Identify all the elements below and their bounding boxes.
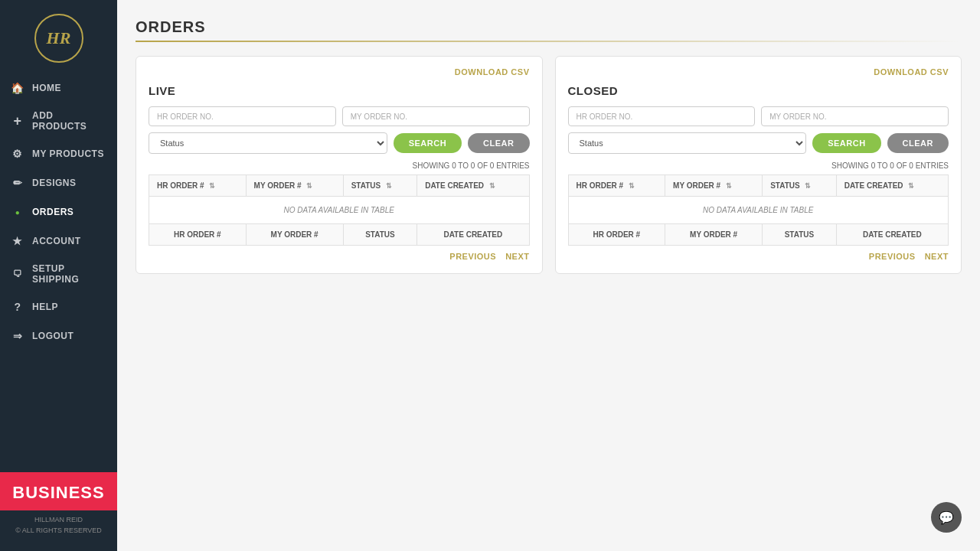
live-next-link[interactable]: NEXT: [505, 252, 529, 261]
closed-pagination: PREVIOUS NEXT: [568, 252, 949, 261]
live-footer-my-order: MY ORDER #: [246, 224, 343, 246]
sort-icon-date-created: ⇅: [489, 182, 495, 190]
sort-icon-my-order: ⇅: [306, 182, 312, 190]
live-no-data-cell: NO DATA AVAILABLE IN TABLE: [149, 197, 530, 224]
closed-footer-status: STATUS: [763, 224, 837, 246]
orders-icon: ●: [11, 205, 24, 219]
sidebar-item-orders[interactable]: ● ORDERS: [0, 197, 117, 227]
sidebar-label-my-products: MY PRODUCTS: [32, 148, 104, 159]
sidebar-label-home: HOME: [32, 83, 61, 93]
sidebar-item-logout[interactable]: ⇒ LOGOUT: [0, 321, 117, 350]
sort-icon-hr-order: ⇅: [209, 182, 215, 190]
closed-col-hr-order[interactable]: HR ORDER # ⇅: [568, 175, 665, 197]
sidebar-label-add-products: ADD PRODUCTS: [32, 110, 106, 132]
sidebar-label-help: HELP: [32, 302, 58, 312]
sidebar-label-logout: LOGOUT: [32, 331, 74, 341]
closed-hr-order-input[interactable]: [568, 106, 756, 126]
live-previous-link[interactable]: PREVIOUS: [449, 252, 496, 261]
sidebar-label-setup-shipping: SETUP SHIPPING: [32, 263, 106, 285]
live-section-title: LIVE: [149, 84, 530, 97]
sidebar-label-orders: ORDERS: [32, 207, 74, 217]
live-pagination: PREVIOUS NEXT: [149, 252, 530, 261]
live-footer-hr-order: HR ORDER #: [149, 224, 247, 246]
pencil-icon: ✏: [11, 176, 24, 190]
closed-clear-button[interactable]: CLEAR: [887, 133, 949, 153]
closed-search-row: [568, 106, 949, 126]
sidebar-bottom: BUSINESS HILLMAN REID © ALL RIGHTS RESER…: [0, 463, 117, 551]
live-search-row: [149, 106, 530, 126]
live-my-order-input[interactable]: [342, 106, 530, 126]
business-banner: BUSINESS: [0, 472, 117, 510]
help-icon: ?: [11, 300, 24, 314]
sidebar-label-account: AcCouNT: [32, 236, 81, 246]
chat-fab[interactable]: 💬: [931, 502, 962, 533]
sidebar-item-my-products[interactable]: ⚙ MY PRODUCTS: [0, 139, 117, 168]
live-footer-date-created: DATE CREATED: [417, 224, 529, 246]
closed-sort-icon-date-created: ⇅: [908, 182, 914, 190]
closed-panel-top: DOWNLOAD CSV: [568, 67, 949, 77]
closed-col-date-created[interactable]: DATE CREATED ⇅: [836, 175, 948, 197]
title-divider: [136, 41, 962, 42]
chat-icon: 💬: [939, 510, 954, 525]
closed-filter-row: Status SEARCH CLEAR: [568, 132, 949, 154]
closed-section-title: CLOSED: [568, 84, 949, 97]
live-table: HR ORDER # ⇅ MY ORDER # ⇅ STATUS ⇅ DAT: [149, 174, 530, 246]
closed-next-link[interactable]: NEXT: [925, 252, 949, 261]
live-panel: DOWNLOAD CSV LIVE Status SEARCH CLEAR SH…: [136, 56, 543, 274]
live-status-select[interactable]: Status: [149, 132, 387, 154]
closed-no-data-row: NO DATA AVAILABLE IN TABLE: [568, 197, 949, 224]
live-download-csv[interactable]: DOWNLOAD CSV: [455, 67, 530, 77]
live-panel-top: DOWNLOAD CSV: [149, 67, 530, 77]
closed-download-csv[interactable]: DOWNLOAD CSV: [874, 67, 949, 77]
closed-my-order-input[interactable]: [761, 106, 949, 126]
star-icon: ★: [11, 234, 24, 248]
closed-no-data-cell: NO DATA AVAILABLE IN TABLE: [568, 197, 949, 224]
live-footer-status: STATUS: [343, 224, 417, 246]
closed-previous-link[interactable]: PREVIOUS: [869, 252, 916, 261]
sort-icon-status: ⇅: [386, 182, 392, 190]
sidebar-item-add-products[interactable]: + ADD PRODUCTS: [0, 103, 117, 139]
closed-search-button[interactable]: SEARCH: [812, 133, 880, 153]
logo-area: HR: [0, 0, 117, 73]
logo-icon: HR: [34, 14, 83, 63]
orders-grid: DOWNLOAD CSV LIVE Status SEARCH CLEAR SH…: [136, 56, 962, 274]
closed-sort-icon-hr-order: ⇅: [629, 182, 635, 190]
main-content: ORDERS DOWNLOAD CSV LIVE Status SEARCH C…: [117, 0, 980, 551]
live-footer-row: HR ORDER # MY ORDER # STATUS DATE CREATE…: [149, 224, 530, 246]
sidebar-nav: 🏠 HOME + ADD PRODUCTS ⚙ MY PRODUCTS ✏ DE…: [0, 73, 117, 463]
closed-panel: DOWNLOAD CSV CLOSED Status SEARCH CLEAR …: [555, 56, 962, 274]
sidebar-item-designs[interactable]: ✏ DESIGNS: [0, 168, 117, 197]
add-icon: +: [11, 114, 24, 128]
closed-col-my-order[interactable]: MY ORDER # ⇅: [665, 175, 763, 197]
page-title: ORDERS: [136, 18, 962, 36]
closed-footer-my-order: MY ORDER #: [665, 224, 763, 246]
closed-footer-date-created: DATE CREATED: [836, 224, 948, 246]
closed-col-status[interactable]: STATUS ⇅: [763, 175, 837, 197]
sidebar-footer: HILLMAN REID © ALL RIGHTS RESERVED: [0, 510, 117, 542]
live-col-hr-order[interactable]: HR ORDER # ⇅: [149, 175, 247, 197]
logout-icon: ⇒: [11, 329, 24, 343]
sidebar-item-help[interactable]: ? HELP: [0, 292, 117, 321]
closed-table: HR ORDER # ⇅ MY ORDER # ⇅ STATUS ⇅ DAT: [568, 174, 949, 246]
sidebar-label-designs: DESIGNS: [32, 178, 77, 188]
live-search-button[interactable]: SEARCH: [394, 133, 462, 153]
live-no-data-row: NO DATA AVAILABLE IN TABLE: [149, 197, 530, 224]
sidebar-item-home[interactable]: 🏠 HOME: [0, 73, 117, 103]
sidebar-item-account[interactable]: ★ AcCouNT: [0, 227, 117, 256]
live-hr-order-input[interactable]: [149, 106, 336, 126]
live-col-my-order[interactable]: MY ORDER # ⇅: [246, 175, 343, 197]
live-filter-row: Status SEARCH CLEAR: [149, 132, 530, 154]
closed-status-select[interactable]: Status: [568, 132, 807, 154]
home-icon: 🏠: [11, 81, 24, 95]
closed-footer-row: HR ORDER # MY ORDER # STATUS DATE CREATE…: [568, 224, 949, 246]
sidebar-item-setup-shipping[interactable]: 🗨 SETUP SHIPPING: [0, 256, 117, 292]
closed-footer-hr-order: HR ORDER #: [568, 224, 665, 246]
truck-icon: 🗨: [11, 267, 24, 281]
live-col-status[interactable]: STATUS ⇅: [343, 175, 417, 197]
closed-sort-icon-my-order: ⇅: [726, 182, 732, 190]
live-col-date-created[interactable]: DATE CREATED ⇅: [417, 175, 529, 197]
sidebar: HR 🏠 HOME + ADD PRODUCTS ⚙ MY PRODUCTS ✏…: [0, 0, 117, 551]
closed-sort-icon-status: ⇅: [805, 182, 811, 190]
live-showing-info: SHOWING 0 TO 0 OF 0 ENTRIES: [149, 161, 530, 170]
live-clear-button[interactable]: CLEAR: [468, 133, 529, 153]
